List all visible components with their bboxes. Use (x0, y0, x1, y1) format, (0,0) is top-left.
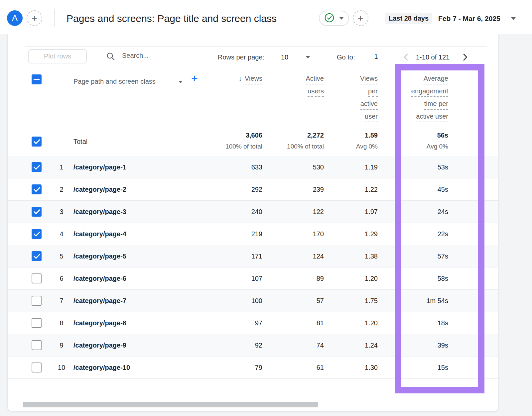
search-input[interactable] (122, 52, 205, 59)
page: { "colors": { "accent_blue": "#1a73e8", … (0, 0, 532, 416)
divider (97, 46, 97, 67)
row-index: 1 (54, 156, 69, 178)
row-checkbox[interactable] (32, 184, 42, 194)
report-status-badge[interactable] (319, 11, 349, 26)
row-index: 8 (54, 312, 69, 334)
views-per-active-user-value: 1.24 (365, 334, 378, 357)
active-users-value: 239 (313, 178, 324, 201)
row-checkbox[interactable] (32, 251, 42, 261)
page-path: /category/page-4 (73, 223, 126, 245)
date-range-preset[interactable]: Last 28 days (385, 13, 432, 24)
active-users-value: 530 (313, 156, 324, 178)
row-index: 10 (54, 357, 69, 379)
row-index: 4 (54, 223, 69, 245)
top-bar: A + Pages and screens: Page title and sc… (0, 0, 532, 34)
views-value: 97 (255, 312, 262, 334)
views-value: 92 (255, 334, 262, 357)
views-per-active-user-value: 1.38 (365, 245, 378, 267)
horizontal-scrollbar-thumb[interactable] (23, 402, 318, 407)
total-vpau-sub: Avg 0% (356, 142, 378, 151)
views-value: 100 (251, 290, 262, 312)
row-index: 3 (54, 201, 69, 223)
active-users-value: 57 (317, 290, 324, 312)
views-per-active-user-value: 1.97 (365, 201, 378, 223)
rows-per-page-label: Rows per page: (218, 53, 264, 61)
dimension-caret-icon[interactable] (179, 81, 183, 83)
rows-per-page-caret-icon[interactable] (306, 56, 310, 58)
row-index: 5 (54, 245, 69, 267)
header-divider (54, 9, 55, 27)
rows-per-page-select[interactable]: 10 (281, 53, 288, 61)
date-range-caret-icon[interactable] (511, 17, 516, 20)
row-checkbox[interactable] (32, 340, 42, 350)
dimension-column-header[interactable]: Page path and screen class (73, 78, 156, 85)
row-index: 6 (54, 267, 69, 290)
row-checkbox[interactable] (32, 296, 42, 306)
column-header-views-per-active-user[interactable]: Views per active user (360, 74, 378, 125)
chevron-down-icon (339, 17, 344, 20)
views-per-active-user-value: 1.75 (365, 290, 378, 312)
page-title: Pages and screens: Page title and screen… (66, 12, 277, 25)
plot-rows-button[interactable]: Plot rows (28, 49, 87, 63)
views-value: 633 (251, 156, 262, 178)
sort-desc-icon: ↓ (238, 74, 242, 82)
row-checkbox[interactable] (32, 363, 42, 372)
row-checkbox[interactable] (32, 318, 42, 328)
row-checkbox[interactable] (32, 273, 42, 283)
total-views-per-active-user: 1.59 (356, 131, 378, 140)
row-checkbox[interactable] (32, 207, 42, 217)
add-report-button[interactable]: + (353, 10, 368, 26)
add-dimension-button[interactable]: + (191, 72, 198, 85)
views-per-active-user-value: 1.30 (365, 357, 378, 379)
page-path: /category/page-7 (73, 290, 126, 312)
search-icon (106, 52, 115, 62)
active-users-value: 124 (313, 245, 324, 267)
column-header-active-users[interactable]: Active users (306, 74, 324, 99)
plus-icon: + (32, 13, 38, 23)
row-checkbox[interactable] (32, 162, 42, 172)
page-path: /category/page-2 (73, 178, 126, 201)
plus-icon: + (358, 13, 364, 23)
pagination-range: 1-10 of 121 (416, 53, 450, 61)
row-index: 9 (54, 334, 69, 357)
column-header-views[interactable]: ↓Views (238, 74, 262, 87)
page-path: /category/page-8 (73, 312, 126, 334)
views-value: 79 (255, 357, 262, 379)
active-users-value: 61 (317, 357, 324, 379)
row-checkbox[interactable] (32, 229, 42, 239)
views-per-active-user-value: 1.20 (365, 312, 378, 334)
views-per-active-user-value: 1.20 (365, 267, 378, 290)
total-checkbox[interactable] (32, 137, 42, 147)
page-path: /category/page-3 (73, 201, 126, 223)
active-users-value: 74 (317, 334, 324, 357)
views-value: 292 (251, 178, 262, 201)
views-value: 107 (251, 267, 262, 290)
total-views: 3,606 (225, 131, 262, 140)
go-to-page-input[interactable] (369, 53, 383, 60)
views-per-active-user-value: 1.19 (365, 156, 378, 178)
views-value: 171 (251, 245, 262, 267)
avatar[interactable]: A (7, 10, 23, 26)
add-comparison-button[interactable]: + (27, 10, 42, 26)
page-path: /category/page-5 (73, 245, 126, 267)
total-label: Total (73, 138, 87, 146)
total-active-users: 2,272 (287, 131, 324, 140)
views-per-active-user-value: 1.22 (365, 178, 378, 201)
check-circle-icon (324, 13, 334, 24)
views-per-active-user-value: 1.29 (365, 223, 378, 245)
previous-page-button[interactable] (402, 53, 411, 63)
active-users-value: 89 (317, 267, 324, 290)
views-value: 219 (251, 223, 262, 245)
active-users-value: 122 (313, 201, 324, 223)
highlight-annotation-box (395, 64, 484, 393)
page-path: /category/page-6 (73, 267, 126, 290)
next-page-button[interactable] (461, 53, 469, 63)
row-index: 2 (54, 178, 69, 201)
select-all-checkbox[interactable] (32, 74, 42, 84)
active-users-value: 170 (313, 223, 324, 245)
page-path: /category/page-10 (73, 357, 130, 379)
row-index: 7 (54, 290, 69, 312)
date-range-value[interactable]: Feb 7 - Mar 6, 2025 (438, 15, 500, 23)
divider (25, 46, 487, 47)
go-to-label: Go to: (337, 53, 355, 61)
